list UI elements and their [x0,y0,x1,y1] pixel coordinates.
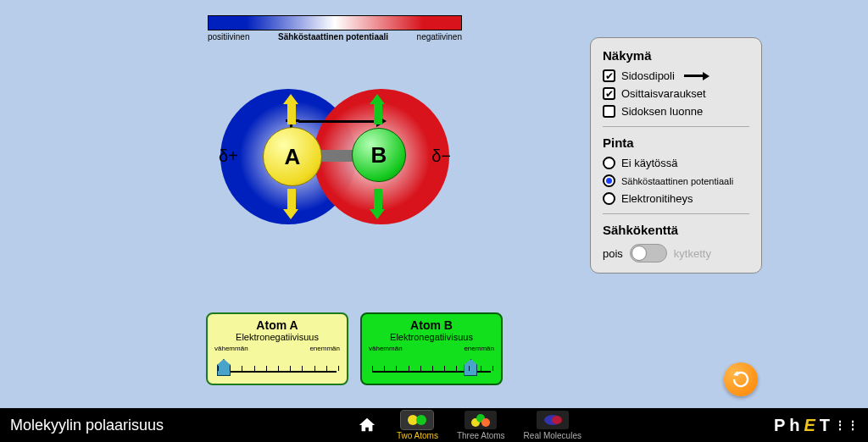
atom-b-track[interactable] [369,354,494,376]
tab-two-atoms[interactable]: Two Atoms [397,411,438,440]
atom-a-max: enemmän [309,345,340,352]
potential-legend: positiivinen Sähköstaattinen potentiaali… [208,15,462,41]
atom-b-label: B [371,142,387,169]
molecule-view[interactable]: δ+ δ− A B [220,89,449,229]
bond-dipole-arrow [290,113,387,130]
legend-right: negatiivinen [417,32,462,41]
tab-three-atoms-label: Three Atoms [457,431,505,440]
legend-left: positiivinen [208,32,249,41]
atom-b-min: vähemmän [369,345,403,352]
atom-a-label: A [285,144,301,170]
panel-divider [603,126,749,127]
checkbox-icon [603,105,615,118]
tab-three-atoms[interactable]: Three Atoms [457,411,505,440]
radio-icon [603,192,615,205]
surface-potential-label: Sähköstaattinen potentiaali [621,176,733,186]
bond-dipole-checkbox[interactable]: Sidosdipoli [603,69,749,82]
atom-a-slider-box: Atom A Elektronegatiivisuus vähemmän ene… [206,312,348,385]
atom-a-thumb[interactable] [217,359,231,376]
atom-b-max: enemmän [464,345,494,352]
delta-minus-label: δ− [431,146,451,166]
legend-center: Sähköstaattinen potentiaali [278,32,388,41]
kebab-menu-icon[interactable]: ⋮⋮ [834,423,860,428]
surface-heading: Pinta [603,135,749,150]
real-molecules-icon [537,411,569,429]
surface-none-label: Ei käytössä [621,157,677,169]
atom-b-slider-box: Atom B Elektronegatiivisuus vähemmän ene… [360,312,503,385]
reset-icon [731,369,751,390]
tab-real-molecules[interactable]: Real Molecules [524,411,581,440]
atom-b-slider-title: Atom B [369,318,494,332]
atom-b[interactable]: B [352,128,406,182]
phet-logo[interactable]: PhET ⋮⋮ [774,416,868,435]
home-icon[interactable] [356,416,378,434]
atom-b-slider-sub: Elektronegatiivisuus [369,332,494,342]
sim-title: Molekyylin polaarisuus [0,417,164,434]
bottom-bar: Molekyylin polaarisuus Two Atoms Three A… [0,408,868,442]
svg-point-6 [552,416,562,424]
drag-arrow-b-up [373,94,383,124]
radio-icon [603,157,615,169]
delta-plus-label: δ+ [219,146,238,166]
efield-off-label: pois [603,247,623,260]
atom-a[interactable]: A [263,127,322,186]
tab-real-molecules-label: Real Molecules [524,431,581,440]
atom-a-slider-sub: Elektronegatiivisuus [214,332,340,342]
surface-density-radio[interactable]: Elektronitiheys [603,192,749,205]
checkbox-icon [603,69,615,82]
bond-character-checkbox[interactable]: Sidoksen luonne [603,105,749,118]
efield-on-label: kytketty [674,247,711,260]
two-atoms-icon [401,411,433,429]
electronegativity-sliders: Atom A Elektronegatiivisuus vähemmän ene… [206,312,503,385]
radio-icon [603,174,615,187]
partial-charges-label: Osittaisvaraukset [621,87,706,100]
partial-charges-checkbox[interactable]: Osittaisvaraukset [603,87,749,100]
three-atoms-icon [465,411,497,429]
reset-all-button[interactable] [724,362,758,396]
surface-none-radio[interactable]: Ei käytössä [603,157,749,169]
atom-a-slider-title: Atom A [214,318,340,332]
screen-nav: Two Atoms Three Atoms Real Molecules [164,411,774,440]
panel-divider [603,213,749,214]
potential-gradient-bar [208,15,462,30]
atom-a-min: vähemmän [214,345,248,352]
surface-potential-radio[interactable]: Sähköstaattinen potentiaali [603,174,749,187]
atom-b-thumb[interactable] [464,359,477,376]
drag-arrow-b-down [373,189,383,219]
svg-point-4 [481,418,490,427]
efield-toggle[interactable] [630,244,667,262]
bond-dipole-label: Sidosdipoli [621,69,675,82]
checkbox-icon [603,87,615,100]
view-heading: Näkymä [603,48,749,63]
svg-point-1 [416,415,426,425]
surface-density-label: Elektronitiheys [621,192,693,205]
efield-heading: Sähkökenttä [603,223,749,237]
atom-a-track[interactable] [214,354,340,376]
control-panel: Näkymä Sidosdipoli Osittaisvaraukset Sid… [590,37,762,273]
drag-arrow-a-down [287,189,297,219]
bond-character-label: Sidoksen luonne [621,105,703,118]
dipole-arrow-icon [684,72,709,80]
tab-two-atoms-label: Two Atoms [397,431,438,440]
drag-arrow-a-up [287,94,297,124]
